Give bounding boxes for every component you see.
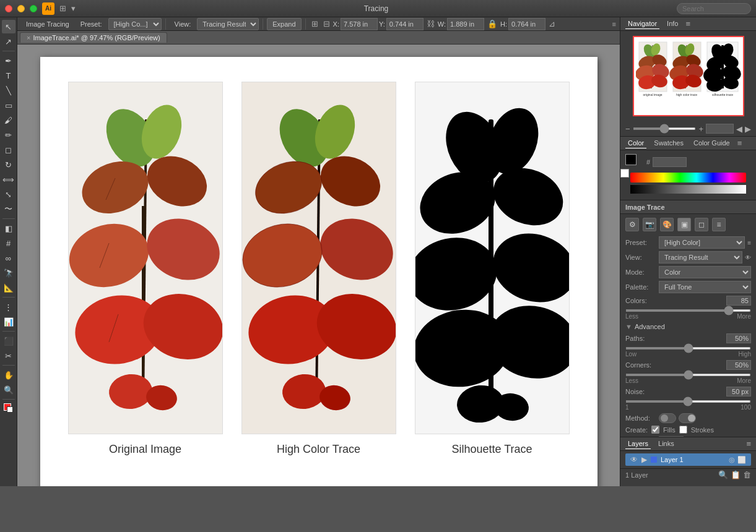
panel-menu-icon[interactable]: ≡ <box>612 20 616 28</box>
menu-image-tracing[interactable]: Image Tracing <box>21 19 74 29</box>
slice-tool[interactable]: ✂ <box>2 349 15 363</box>
layers-controls-icon[interactable]: 📋 <box>731 470 741 479</box>
mesh-tool[interactable]: # <box>2 236 15 250</box>
tab-swatches[interactable]: Swatches <box>651 138 686 148</box>
link-icon[interactable]: ⛓ <box>425 19 437 28</box>
noise-value-input[interactable] <box>726 387 751 397</box>
layers-menu-icon[interactable]: ≡ <box>746 439 751 448</box>
rect-tool[interactable]: ▭ <box>2 98 15 112</box>
scale-tool[interactable]: ⤡ <box>2 187 15 201</box>
search-input[interactable] <box>677 3 751 14</box>
document-tab[interactable]: × ImageTrace.ai* @ 97.47% (RGB/Preview) <box>20 32 167 43</box>
zoom-tool[interactable]: 🔍 <box>2 383 15 397</box>
eyedropper-tool[interactable]: 🔭 <box>2 266 15 280</box>
tab-color-guide[interactable]: Color Guide <box>691 138 732 148</box>
trace-outline-icon[interactable]: ◻ <box>695 218 708 231</box>
blend-tool[interactable]: ∞ <box>2 251 15 265</box>
color-hex-input[interactable]: 000000 <box>653 157 687 167</box>
constrain-icon[interactable]: 🔒 <box>485 19 499 28</box>
preset-select[interactable]: [High Co...] <box>108 18 162 30</box>
nav-zoom-in-icon[interactable]: + <box>698 124 703 134</box>
gradient-tool[interactable]: ◧ <box>2 221 15 235</box>
color-gradient[interactable] <box>630 185 746 194</box>
trace-art-icon[interactable]: 🎨 <box>660 218 674 231</box>
nav-zoom-slider[interactable] <box>633 127 697 130</box>
canvas-scroll[interactable]: Original Image <box>17 45 620 486</box>
transform-icon[interactable]: ⊞ <box>310 19 320 28</box>
warp-tool[interactable]: 〜 <box>2 202 15 216</box>
trace-bw-icon[interactable]: ▣ <box>677 218 691 231</box>
grid-icon[interactable]: ⊟ <box>321 19 332 28</box>
trace-auto-icon[interactable]: ⚙ <box>625 218 639 231</box>
pencil-tool[interactable]: ✏ <box>2 128 15 142</box>
close-button[interactable] <box>5 5 12 12</box>
delete-layer-icon[interactable]: 🗑 <box>743 470 751 479</box>
tab-links[interactable]: Links <box>656 439 677 449</box>
mirror-tool[interactable]: ⟺ <box>2 173 15 186</box>
hand-tool[interactable]: ✋ <box>2 368 15 382</box>
measure-tool[interactable]: 📐 <box>2 281 15 294</box>
select-tool[interactable]: ↖ <box>2 20 15 33</box>
new-layer-icon[interactable]: 🔍 <box>718 470 728 479</box>
color-spectrum[interactable] <box>630 173 746 182</box>
doc-tab-close[interactable]: × <box>27 34 30 41</box>
trace-mode-select[interactable]: Color <box>659 266 751 278</box>
tab-color[interactable]: Color <box>625 138 646 148</box>
stroke-color-swatch[interactable] <box>620 169 629 178</box>
advanced-toggle[interactable]: ▼ Advanced <box>620 321 756 332</box>
y-input[interactable] <box>386 18 424 30</box>
paintbrush-tool[interactable]: 🖌 <box>2 113 15 127</box>
paths-slider[interactable] <box>625 347 751 350</box>
colors-slider[interactable] <box>625 309 751 312</box>
noise-slider[interactable] <box>625 400 751 403</box>
menu-chevron-icon[interactable]: ▾ <box>71 4 76 13</box>
menu-grid-icon[interactable]: ⊞ <box>59 4 66 13</box>
strokes-checkbox[interactable] <box>679 426 687 434</box>
fill-stroke-swatches[interactable] <box>2 402 15 416</box>
column-graph-tool[interactable]: 📊 <box>2 315 15 328</box>
tab-layers[interactable]: Layers <box>625 439 651 449</box>
color-menu-icon[interactable]: ≡ <box>737 139 742 148</box>
view-select[interactable]: Tracing Result <box>197 18 259 30</box>
layer-drag-icon[interactable]: ⬜ <box>737 456 746 464</box>
expand-button[interactable]: Expand <box>267 18 301 30</box>
layer-lock-icon[interactable]: ▶ <box>641 455 647 464</box>
navigator-menu-icon[interactable]: ≡ <box>685 19 690 28</box>
layer-target-icon[interactable]: ◎ <box>729 456 735 464</box>
options-icon[interactable]: ⊿ <box>547 19 557 28</box>
layer-1-row[interactable]: 👁 ▶ Layer 1 ◎ ⬜ <box>625 453 751 466</box>
symbol-tool[interactable]: ⋮ <box>2 300 15 314</box>
nav-right-icon[interactable]: ▶ <box>745 124 751 134</box>
view-eye-icon[interactable]: 👁 <box>745 254 751 261</box>
nav-zoom-out-icon[interactable]: − <box>625 124 630 134</box>
colors-value-input[interactable] <box>726 296 751 306</box>
rotate-tool[interactable]: ↻ <box>2 158 15 171</box>
method-toggle-1[interactable] <box>659 413 676 423</box>
direct-select-tool[interactable]: ↗ <box>2 35 15 48</box>
trace-photo-icon[interactable]: 📷 <box>643 218 656 231</box>
layer-visibility-icon[interactable]: 👁 <box>630 455 638 464</box>
pen-tool[interactable]: ✒ <box>2 54 15 67</box>
tab-navigator[interactable]: Navigator <box>625 19 659 29</box>
trace-options-icon[interactable]: ≡ <box>712 218 726 231</box>
zoom-display[interactable]: 97.47% <box>706 124 734 134</box>
nav-left-icon[interactable]: ◀ <box>736 124 742 134</box>
x-input[interactable] <box>341 18 378 30</box>
trace-preset-select[interactable]: [High Color] <box>659 236 745 249</box>
minimize-button[interactable] <box>17 5 25 12</box>
artboard-tool[interactable]: ⬛ <box>2 334 15 348</box>
corners-value-input[interactable] <box>726 360 751 370</box>
tab-info[interactable]: Info <box>664 19 680 29</box>
corners-slider[interactable] <box>625 374 751 376</box>
trace-view-select[interactable]: Tracing Result <box>659 251 742 264</box>
type-tool[interactable]: T <box>2 69 15 82</box>
method-toggle-2[interactable] <box>679 413 696 423</box>
trace-palette-select[interactable]: Full Tone <box>659 281 751 293</box>
fill-color-swatch[interactable] <box>625 154 637 165</box>
paths-value-input[interactable] <box>726 333 751 343</box>
maximize-button[interactable] <box>30 5 37 12</box>
h-input[interactable] <box>508 18 545 30</box>
preset-menu-icon[interactable]: ≡ <box>747 239 751 246</box>
w-input[interactable] <box>447 18 484 30</box>
eraser-tool[interactable]: ◻ <box>2 143 15 157</box>
